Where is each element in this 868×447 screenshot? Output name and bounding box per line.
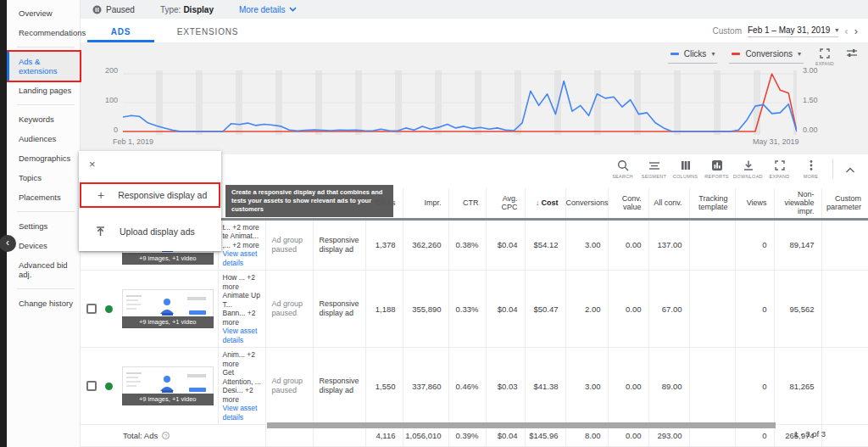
sidebar-item-audiences[interactable]: Audiences [7,129,80,148]
plus-icon: + [97,188,104,202]
col-header-impr[interactable]: Impr. [403,188,448,219]
col-header-tracking-template[interactable]: Tracking template [689,188,735,219]
download-button[interactable]: DOWNLOAD [732,159,764,179]
asset-count-badge: +9 images, +1 video [122,253,214,265]
sidebar-item-placements[interactable]: Placements [7,187,80,207]
right-axis-tick-3: 3.00 [803,66,832,75]
enabled-status-dot [105,383,113,390]
new-ad-menu: × + Responsive display ad Upload display… [79,151,221,251]
col-header-non-viewable-impr[interactable]: Non-viewable impr. [774,188,821,219]
sidebar-divider [17,104,75,105]
row-checkbox[interactable] [86,381,97,391]
date-range-picker: Custom Feb 1 – May 31, 2019 ▾ ‹ › [713,25,858,37]
col-header-custom-parameter[interactable]: Custom parameter [821,188,868,219]
ad-headline: ,... +2 more [223,241,264,250]
non-viewable-impr-value: 95,562 [774,271,821,348]
enabled-status-dot [105,305,113,313]
expand-table-button[interactable]: EXPAND [764,159,795,179]
impr-value: 355,890 [403,271,448,348]
ad-thumbnail[interactable]: +9 images, +1 video [122,289,214,328]
menu-item-upload-display-ads[interactable]: Upload display ads [79,219,221,244]
ad-headline: How ... +2 more [223,273,264,291]
non-viewable-impr-value: 81,265 [774,348,821,425]
sidebar-item-keywords[interactable]: Keywords [7,109,80,129]
ad-text-cell: Anim... +2 more Get Attention, ... Desi.… [218,348,265,425]
prev-period-button[interactable]: ‹ [844,25,848,37]
menu-item-responsive-display-ad[interactable]: + Responsive display ad [80,182,220,208]
conversions-value: 3.00 [565,348,608,425]
col-header-views[interactable]: Views [735,188,774,219]
sidebar-item-ads-extensions[interactable]: Ads & extensions [7,52,80,81]
ctr-value: 0.38% [448,219,486,271]
download-label: DOWNLOAD [733,174,763,179]
sidebar-item-landing-pages[interactable]: Landing pages [7,81,80,100]
views-value: 0 [735,348,774,425]
tab-ads[interactable]: ADS [81,19,161,42]
next-period-button[interactable]: › [854,25,858,37]
segment-button[interactable]: SEGMENT [638,159,670,179]
left-axis-tick-100: 100 [87,96,118,104]
sidebar-item-demographics[interactable]: Demographics [7,148,80,168]
date-range-value[interactable]: Feb 1 – May 31, 2019 ▾ [748,25,838,37]
tracking-template-value [689,271,735,348]
metric-selector-conversions[interactable]: Conversions ▾ [729,47,804,64]
right-axis-tick-0: 0.00 [803,126,832,134]
impr-value: 362,260 [403,219,448,271]
sidebar-item-settings[interactable]: Settings [7,216,80,236]
sidebar-item-recommendations[interactable]: Recommendations [7,23,80,42]
expand-chart-button[interactable]: EXPAND [815,48,834,66]
chart-settings-button[interactable] [846,48,858,59]
more-button[interactable]: MORE [795,159,826,179]
expand-icon [820,48,830,59]
row-checkbox[interactable] [86,304,97,314]
caret-down-icon: ▾ [798,50,801,58]
ad-type-cell: Responsive display ad [313,271,365,348]
clicks-line [123,81,797,132]
custom-parameter-value [821,219,868,271]
collapsed-nav-strip [0,0,7,447]
chart-plot-area[interactable] [123,70,797,135]
view-asset-details-link[interactable]: View asset details [223,249,264,267]
view-asset-details-link[interactable]: View asset details [223,327,264,344]
col-header-all-conv[interactable]: All conv. [648,188,689,219]
sort-desc-icon: ↓ [536,198,540,207]
col-header-cost[interactable]: ↓Cost [525,188,565,219]
cost-header-label: Cost [542,198,559,207]
close-icon[interactable]: × [89,158,96,170]
col-header-avg-cpc[interactable]: Avg. CPC [486,188,525,219]
tab-extensions[interactable]: EXTENSIONS [161,19,254,42]
sidebar-item-topics[interactable]: Topics [7,168,80,187]
ad-type-cell: Responsive display ad [313,219,365,271]
ad-row-2: +9 images, +1 video How ... +2 more Anim… [81,271,868,348]
ad-headline: Animate Up T... [223,291,264,309]
sidebar-item-change-history[interactable]: Change history [7,293,80,313]
search-button[interactable]: SEARCH [607,159,638,179]
sidebar: Overview Recommendations Ads & extension… [7,0,81,447]
type-label: Type: [160,5,181,14]
tab-ads-label: ADS [111,27,131,36]
col-header-conv-value[interactable]: Conv. value [608,188,648,219]
collapse-nav-button[interactable]: ‹ [0,235,16,252]
caret-down-icon: ▾ [835,26,838,34]
sidebar-item-devices[interactable]: Devices [7,236,80,255]
col-header-ctr[interactable]: CTR [448,188,486,219]
ad-headline: Anim... +2 more [223,350,264,368]
view-asset-details-link[interactable]: View asset details [223,404,264,422]
metric-selector-clicks[interactable]: Clicks ▾ [668,47,718,64]
all-conv-value: 137.00 [648,219,689,271]
horizontal-scrollbar[interactable] [267,422,776,428]
ctr-value: 0.46% [448,348,486,425]
reports-button[interactable]: REPORTS [701,159,732,179]
cost-value: $54.12 [525,219,565,271]
more-details-button[interactable]: More details [239,5,297,14]
sidebar-item-advanced-bid-adj[interactable]: Advanced bid adj. [7,255,80,284]
sidebar-item-overview[interactable]: Overview [7,3,80,23]
collapse-table-button[interactable] [839,164,861,174]
ad-thumbnail[interactable]: +9 images, +1 video [122,366,214,405]
col-header-conversions[interactable]: Conversions [565,188,608,219]
reports-label: REPORTS [704,174,729,179]
help-icon[interactable]: ? [162,432,170,439]
conversions-value: 3.00 [565,219,608,271]
columns-button[interactable]: COLUMNS [670,159,701,179]
performance-chart: Clicks ▾ Conversions ▾ EXPAND [81,42,868,154]
